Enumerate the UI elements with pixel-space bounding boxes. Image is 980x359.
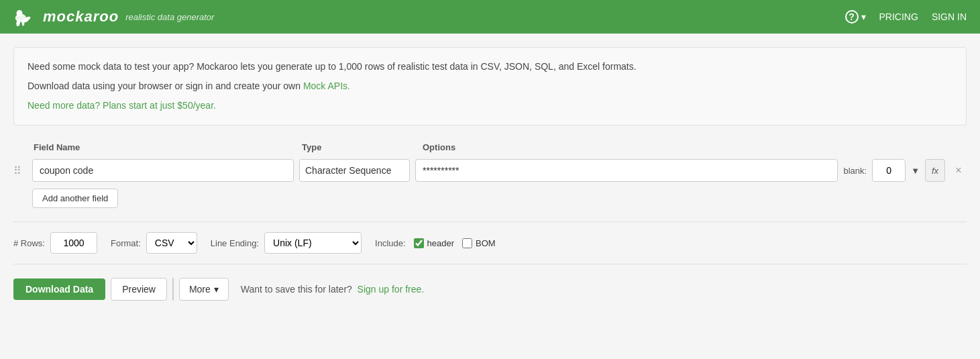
blank-label: blank:: [843, 166, 867, 176]
site-logo-text: mockaroo: [43, 8, 119, 25]
info-line2: Download data using your browser or sign…: [28, 79, 952, 93]
line-ending-setting-group: Line Ending: Unix (LF) Windows (CRLF): [211, 232, 362, 254]
rows-setting-group: # Rows:: [13, 232, 97, 254]
format-setting-group: Format: CSV JSON SQL Excel: [111, 232, 197, 254]
header-label[interactable]: header: [427, 238, 454, 248]
line-ending-select[interactable]: Unix (LF) Windows (CRLF): [264, 232, 362, 254]
button-divider: [172, 278, 174, 301]
info-banner: Need some mock data to test your app? Mo…: [13, 47, 967, 125]
delete-field-button[interactable]: ×: [950, 162, 967, 178]
pricing-link[interactable]: PRICING: [879, 11, 918, 22]
plans-link[interactable]: Need more data? Plans start at just $50/…: [28, 100, 216, 111]
more-dropdown-icon: ▾: [214, 284, 219, 295]
fields-header: Field Name Type Options: [13, 142, 967, 152]
percent-sign: ▼: [911, 166, 920, 176]
more-button-label: More: [189, 284, 211, 295]
format-select[interactable]: CSV JSON SQL Excel: [146, 232, 197, 254]
bom-label[interactable]: BOM: [476, 238, 496, 248]
save-prompt-text: Want to save this for later? Sign up for…: [241, 284, 424, 295]
signin-link[interactable]: SIGN IN: [932, 11, 967, 22]
action-row: Download Data Preview More ▾ Want to sav…: [13, 278, 967, 301]
help-button[interactable]: ? ▾: [845, 10, 866, 23]
navbar-logo: mockaroo: [13, 5, 119, 29]
navbar-tagline: realistic data generator: [125, 12, 214, 22]
table-row: ⠿ blank: ▼ fx ×: [13, 159, 967, 182]
kangaroo-icon: [13, 5, 38, 29]
header-checkbox-group: header: [414, 238, 454, 248]
field-type-input[interactable]: [300, 165, 410, 176]
add-field-button[interactable]: Add another field: [32, 189, 118, 208]
field-type-container: [299, 159, 410, 182]
save-prompt-prefix: Want to save this for later?: [241, 284, 352, 295]
bom-checkbox-group: BOM: [462, 238, 496, 248]
preview-button[interactable]: Preview: [111, 278, 167, 301]
signup-link[interactable]: Sign up for free.: [358, 284, 425, 295]
bom-checkbox[interactable]: [462, 238, 472, 248]
help-dropdown-icon: ▾: [861, 11, 866, 22]
download-button[interactable]: Download Data: [13, 278, 105, 300]
settings-row: # Rows: Format: CSV JSON SQL Excel Line …: [13, 221, 967, 264]
mock-apis-link[interactable]: Mock APIs.: [303, 81, 350, 91]
col-header-type: Type: [302, 142, 416, 152]
main-content: Need some mock data to test your app? Mo…: [0, 34, 980, 314]
field-name-input[interactable]: [32, 159, 294, 182]
navbar-left: mockaroo realistic data generator: [13, 5, 214, 29]
header-checkbox[interactable]: [414, 238, 424, 248]
info-line3: Need more data? Plans start at just $50/…: [28, 99, 952, 113]
more-button[interactable]: More ▾: [179, 278, 229, 301]
col-header-options: Options: [423, 142, 455, 152]
formula-button[interactable]: fx: [925, 159, 945, 182]
fields-section: Field Name Type Options ⠿ blank:: [13, 142, 967, 208]
navbar-right: ? ▾ PRICING SIGN IN: [845, 10, 967, 23]
svg-point-1: [17, 10, 23, 16]
format-label: Format:: [111, 238, 141, 248]
include-label: Include:: [375, 238, 406, 248]
help-icon: ?: [845, 10, 859, 23]
info-line1: Need some mock data to test your app? Mo…: [28, 60, 952, 74]
line-ending-label: Line Ending:: [211, 238, 259, 248]
col-header-field-name: Field Name: [34, 142, 295, 152]
field-options-input[interactable]: [415, 159, 838, 182]
include-setting-group: Include: header BOM: [375, 238, 496, 248]
rows-label: # Rows:: [13, 238, 45, 248]
info-line2-prefix: Download data using your browser or sign…: [28, 81, 303, 91]
navbar: mockaroo realistic data generator ? ▾ PR…: [0, 0, 980, 34]
blank-percent-input[interactable]: [872, 159, 906, 182]
rows-input[interactable]: [50, 232, 97, 254]
drag-handle-icon[interactable]: ⠿: [13, 164, 27, 177]
